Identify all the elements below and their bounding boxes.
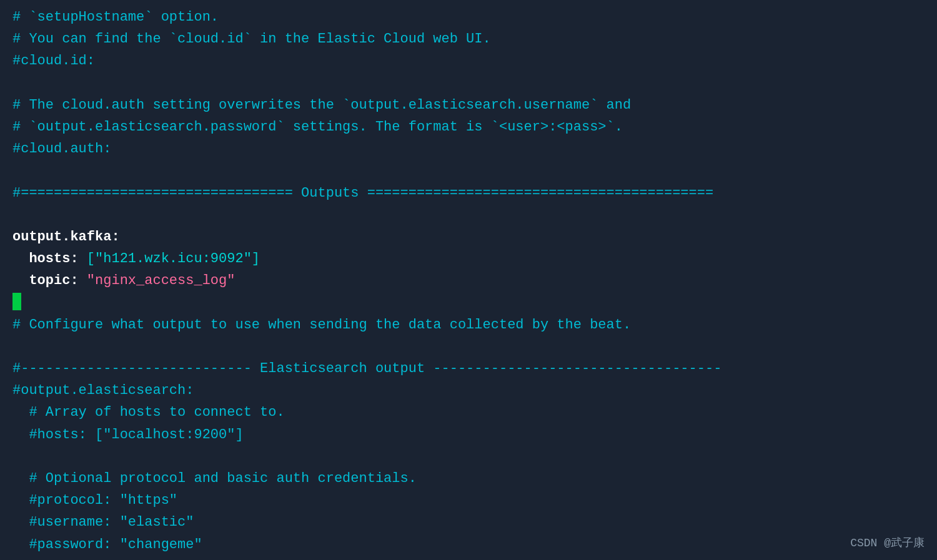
hosts-value: ["h121.wzk.icu:9092"] — [79, 251, 260, 267]
line-hosts: hosts: ["h121.wzk.icu:9092"] — [12, 248, 925, 270]
line-empty-1 — [12, 72, 925, 94]
topic-key: topic: — [12, 273, 79, 288]
kafka-section-label: output.kafka: — [12, 229, 120, 245]
line-cloudid-key: #cloud.id: — [12, 50, 925, 72]
line-optional-comment: # Optional protocol and basic auth crede… — [12, 468, 925, 489]
line-cloudauth-comment2: # `output.elasticsearch.password` settin… — [12, 116, 925, 138]
line-empty-6 — [12, 556, 925, 560]
text-cursor — [12, 293, 21, 310]
line-topic: topic: "nginx_access_log" — [12, 270, 925, 292]
line-output-es: #output.elasticsearch: — [12, 380, 925, 401]
line-cursor — [12, 292, 925, 313]
line-hosts-localhost: #hosts: ["localhost:9200"] — [12, 424, 925, 446]
line-cloudauth-key: #cloud.auth: — [12, 138, 925, 160]
watermark: CSDN @武子康 — [850, 534, 925, 553]
line-cloudauth-comment1: # The cloud.auth setting overwrites the … — [12, 94, 925, 116]
line-empty-3 — [12, 204, 925, 226]
line-array-comment: # Array of hosts to connect to. — [12, 401, 925, 423]
line-setuphostname: # `setupHostname` option. — [12, 6, 925, 28]
line-elasticsearch-section: #---------------------------- Elasticsea… — [12, 358, 925, 380]
line-empty-4 — [12, 336, 925, 358]
line-username: #username: "elastic" — [12, 511, 925, 533]
line-cloudid-comment: # You can find the `cloud.id` in the Ela… — [12, 28, 925, 50]
hosts-key: hosts: — [12, 251, 79, 267]
line-empty-2 — [12, 160, 925, 182]
line-password: #password: "changeme" — [12, 534, 925, 556]
line-protocol: #protocol: "https" — [12, 489, 925, 511]
line-kafka-key: output.kafka: — [12, 226, 925, 248]
line-empty-5 — [12, 446, 925, 468]
line-outputs-section: #================================= Outpu… — [12, 182, 925, 204]
line-configure-comment: # Configure what output to use when send… — [12, 314, 925, 336]
topic-value: "nginx_access_log" — [79, 273, 235, 288]
code-editor: # `setupHostname` option. # You can find… — [0, 0, 937, 560]
